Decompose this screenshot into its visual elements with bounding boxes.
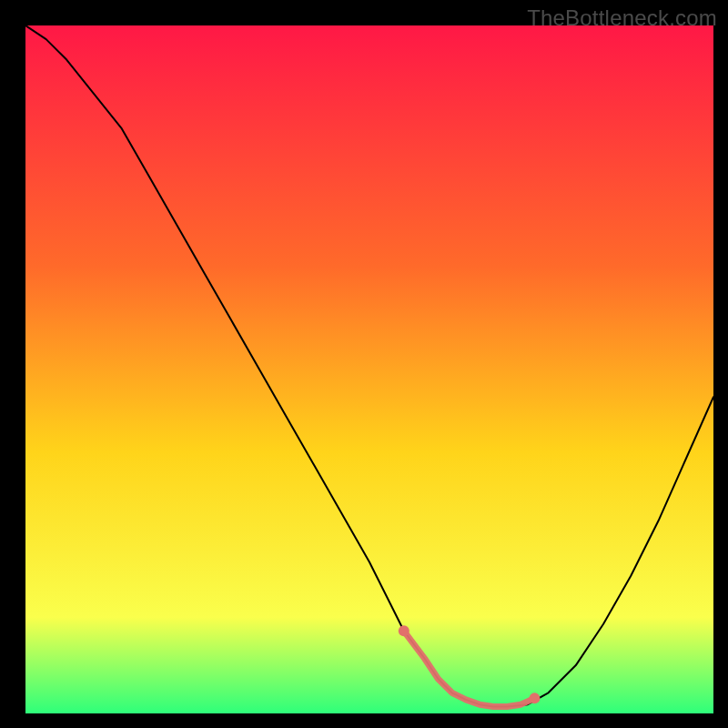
plot-area — [25, 25, 713, 713]
chart-svg — [25, 25, 713, 713]
chart-container: TheBottleneck.com — [0, 0, 728, 728]
watermark-text: TheBottleneck.com — [527, 5, 717, 31]
highlight-dot — [399, 625, 410, 636]
highlight-dot — [529, 693, 540, 703]
